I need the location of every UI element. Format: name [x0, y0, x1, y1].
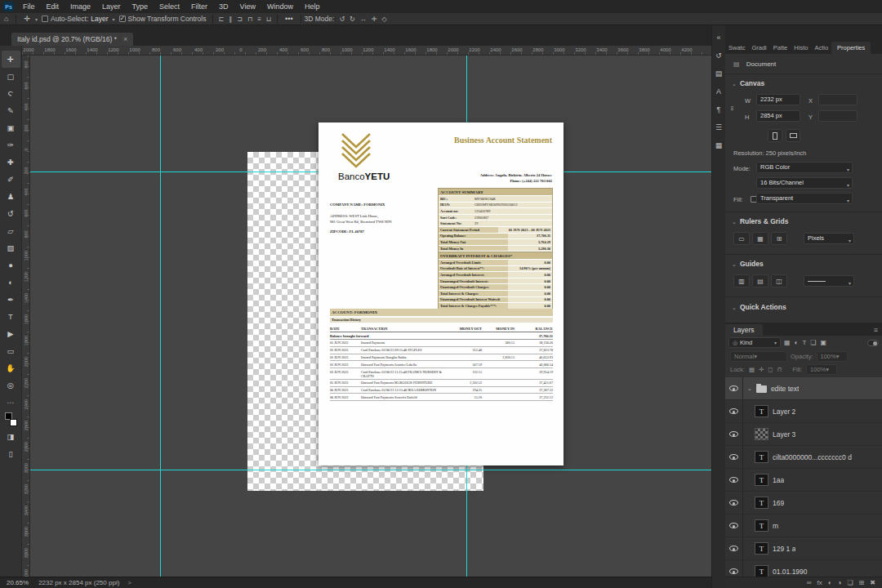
layer-row[interactable]: Tcilta0000000...ccccccc0 d [725, 446, 882, 469]
tab-layers[interactable]: Layers [725, 324, 763, 336]
screen-mode-icon[interactable]: ▯ [2, 445, 20, 462]
menu-select[interactable]: Select [154, 0, 185, 13]
filter-smart-objects-icon[interactable]: ▣ [819, 339, 827, 346]
eraser-tool[interactable]: ▱ [2, 222, 20, 239]
3d-roll-icon[interactable]: ↻ [347, 16, 358, 23]
filter-toggle-switch[interactable] [867, 340, 879, 346]
move-tool[interactable]: ✛ [2, 51, 20, 68]
layer-row[interactable]: Layer 3 [725, 423, 882, 446]
gradient-tool[interactable]: ▨ [2, 239, 20, 256]
layer-visibility-toggle[interactable] [725, 423, 743, 445]
align-left-icon[interactable]: ⊏ [216, 16, 227, 23]
ruler-vertical[interactable]: 8006004002000200400600800100012001400160… [22, 56, 30, 577]
panel-menu-icon[interactable]: ≡ [874, 326, 878, 334]
layer-visibility-toggle[interactable] [725, 469, 743, 491]
type-tool[interactable]: T [2, 308, 20, 325]
layer-row[interactable]: T169 [725, 492, 882, 514]
layer-visibility-toggle[interactable] [725, 492, 743, 514]
tab-actio[interactable]: Actio [811, 42, 831, 54]
menu-layer[interactable]: Layer [96, 0, 127, 13]
guide-style-dropdown[interactable]: ▾ [804, 275, 854, 287]
menu-file[interactable]: File [17, 0, 41, 13]
new-layer-icon[interactable]: ⊞ [859, 579, 865, 586]
healing-brush-tool[interactable]: ✚ [2, 154, 20, 171]
layer-group-icon[interactable]: ❏ [847, 579, 853, 586]
menu-image[interactable]: Image [65, 0, 96, 13]
layer-row[interactable]: TLayer 2 [725, 400, 882, 423]
layer-visibility-toggle[interactable] [725, 377, 743, 399]
align-center-h-icon[interactable]: ∥ [226, 16, 234, 23]
background-color-swatch[interactable] [10, 419, 17, 426]
layer-row[interactable]: Tm [725, 514, 882, 537]
adjustment-layer-icon[interactable]: ◑ [838, 579, 842, 586]
landscape-orientation-button[interactable] [786, 129, 800, 142]
3d-rotate-icon[interactable]: ↺ [336, 16, 347, 23]
toggle-grid-button[interactable]: ▦ [752, 232, 768, 245]
collapse-panels-icon[interactable]: « [713, 29, 725, 47]
auto-select-checkbox[interactable] [42, 16, 48, 22]
clear-guides-button[interactable]: ◫ [771, 274, 787, 287]
history-brush-tool[interactable]: ↺ [2, 205, 20, 222]
filter-adjustment-layers-icon[interactable]: ◐ [794, 339, 800, 346]
libraries-panel-icon[interactable]: ▦ [713, 136, 725, 154]
lock-artboard-icon[interactable]: ◻ [768, 366, 773, 373]
align-bottom-icon[interactable]: ⊔ [264, 16, 274, 23]
tab-gradi[interactable]: Gradi [748, 42, 769, 54]
paragraph-panel-icon[interactable]: ¶ [713, 100, 725, 118]
clone-stamp-tool[interactable]: ♟ [2, 188, 20, 205]
crop-tool[interactable]: ▣ [2, 119, 20, 136]
new-guide-layout-button[interactable]: ▥ [733, 274, 750, 287]
tab-histo[interactable]: Histo [791, 42, 811, 54]
more-tools-icon[interactable]: ⋯ [2, 394, 20, 411]
shape-tool[interactable]: ▭ [2, 342, 20, 359]
home-icon[interactable]: ⌂ [0, 15, 12, 23]
bit-depth-dropdown[interactable]: 16 Bits/Channel▾ [756, 177, 853, 189]
fill-opacity-input[interactable]: 100%▾ [806, 364, 837, 375]
move-tool-icon[interactable]: ✛ [20, 15, 34, 23]
fill-dropdown[interactable]: Transparent▾ [756, 193, 853, 204]
section-canvas[interactable]: ⌄Canvas [732, 79, 764, 87]
layer-visibility-toggle[interactable] [725, 446, 743, 468]
layer-mask-icon[interactable]: ◐ [828, 579, 832, 586]
menu-type[interactable]: Type [127, 0, 154, 13]
path-selection-tool[interactable]: ▶ [2, 325, 20, 342]
lock-all-icon[interactable]: ⊓ [777, 366, 782, 373]
blend-mode-dropdown[interactable]: Normal▾ [730, 351, 787, 362]
layer-row[interactable]: T1aa [725, 469, 882, 492]
filter-type-layers-icon[interactable]: T [801, 339, 807, 346]
layer-row[interactable]: T01.01.1990 [725, 560, 882, 577]
color-swatches[interactable] [2, 411, 20, 428]
menu-3d[interactable]: 3D [213, 0, 234, 13]
guide-horizontal[interactable] [30, 470, 711, 470]
tab-properties[interactable]: Properties [831, 42, 871, 54]
ruler-horizontal[interactable]: 2000180016001400120010008006004002000200… [22, 46, 711, 56]
filter-pixel-layers-icon[interactable]: ▦ [783, 339, 791, 346]
pen-tool[interactable]: ✒ [2, 291, 20, 308]
delete-layer-icon[interactable]: ✖ [870, 579, 875, 586]
comments-panel-icon[interactable]: ▤ [713, 65, 725, 82]
zoom-tool[interactable]: ◎ [2, 376, 20, 394]
ruler-units-dropdown[interactable]: Pixels▾ [804, 233, 854, 244]
layer-row[interactable]: ⌄edite text [725, 377, 882, 400]
opacity-input[interactable]: 100%▾ [817, 351, 848, 362]
show-transform-checkbox[interactable] [119, 16, 126, 22]
glyphs-panel-icon[interactable]: ☰ [713, 118, 725, 136]
mode-dropdown[interactable]: RGB Color▾ [756, 162, 853, 173]
section-quick-actions[interactable]: ⌄Quick Actions [732, 303, 786, 311]
group-caret-icon[interactable]: ⌄ [747, 385, 752, 392]
more-options-icon[interactable]: ••• [281, 15, 296, 23]
filter-shape-layers-icon[interactable]: ❏ [809, 339, 817, 346]
history-panel-icon[interactable]: ↺ [713, 47, 725, 65]
toggle-rulers-button[interactable]: ▭ [733, 232, 750, 245]
section-rulers-grids[interactable]: ⌄Rulers & Grids [732, 217, 788, 225]
hand-tool[interactable]: ✋ [2, 359, 20, 376]
layer-row[interactable]: T129 1 a [725, 537, 882, 560]
align-top-icon[interactable]: ⊓ [245, 16, 255, 23]
blur-tool[interactable]: ● [2, 256, 20, 274]
quick-selection-tool[interactable]: ✎ [2, 102, 20, 119]
tab-close-icon[interactable]: × [123, 35, 127, 43]
character-panel-icon[interactable]: A [713, 82, 725, 100]
width-input[interactable]: 2232 px [756, 94, 800, 105]
tab-swatc[interactable]: Swatc [725, 42, 748, 54]
layer-visibility-toggle[interactable] [725, 537, 743, 559]
